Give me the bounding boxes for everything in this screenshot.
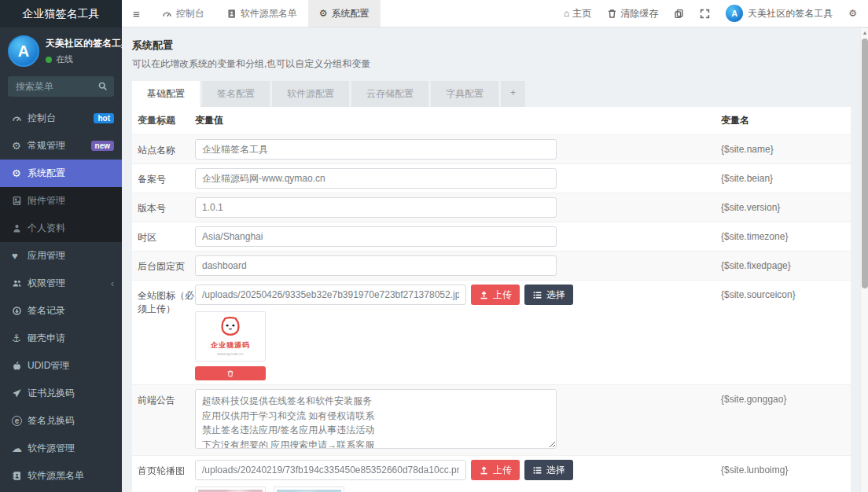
carousel-input[interactable] — [195, 460, 466, 480]
sidebar-item-label: 附件管理 — [28, 194, 65, 207]
hamburger-icon: ≡ — [133, 7, 140, 20]
carousel-previews — [195, 486, 721, 492]
sidebar-item-profile[interactable]: 个人资料 — [0, 215, 122, 242]
sidebar-item-label: 应用管理 — [28, 249, 65, 263]
file-image-icon — [12, 196, 28, 206]
tab-source-config[interactable]: 软件源配置 — [272, 81, 349, 107]
sidebar-item-source-blacklist[interactable]: 软件源黑名单 — [0, 462, 122, 490]
row-varname: {$site.version} — [721, 193, 851, 222]
table-row-announcement: 前端公告 超级科技仅提供在线签名和软件安装服务 应用仅供用于学习和交流 如有侵权… — [132, 385, 851, 456]
header-var-title: 变量标题 — [132, 107, 195, 134]
scrollbar[interactable]: ▲ — [860, 28, 868, 492]
sidebar-item-label: 控制台 — [28, 112, 56, 125]
sidebar-item-source-manage[interactable]: ☁ 软件源管理 — [0, 435, 122, 462]
sidebar-toggle-button[interactable]: ≡ — [122, 0, 151, 27]
carousel-image-1[interactable] — [195, 486, 266, 492]
address-book-icon — [226, 9, 237, 19]
heart-icon: ♥ — [12, 250, 28, 262]
row-varname: {$site.timezone} — [721, 222, 851, 251]
site-name-input[interactable] — [195, 139, 557, 160]
fullscreen-button[interactable] — [692, 0, 718, 27]
table-row-fixedpage: 后台固定页 {$site.fixedpage} — [132, 252, 851, 281]
tab-cloudstorage-config[interactable]: 云存储配置 — [351, 81, 428, 107]
navtab-label: 系统配置 — [332, 7, 370, 20]
delete-icon-button[interactable] — [195, 366, 266, 380]
scroll-up-arrow-icon[interactable]: ▲ — [862, 30, 868, 35]
settings-button[interactable]: ⚙ — [840, 0, 868, 27]
home-label: 主页 — [572, 7, 591, 20]
home-link[interactable]: ⌂ 主页 — [556, 0, 599, 27]
tab-sign-config[interactable]: 签名配置 — [202, 81, 270, 107]
list-icon — [532, 465, 542, 475]
tab-dict-config[interactable]: 字典配置 — [431, 81, 498, 107]
upload-button[interactable]: 上传 — [471, 285, 520, 305]
top-navbar: ≡ 控制台 软件源黑名单 ⚙ 系统配置 ⌂ 主页 — [122, 0, 868, 28]
sidebar-item-permissions[interactable]: 权限管理 ‹ — [0, 270, 122, 297]
table-row-site-name: 站点名称 {$site.name} — [132, 135, 851, 164]
carousel-image-2[interactable] — [274, 486, 344, 492]
upload-button[interactable]: 上传 — [471, 460, 520, 480]
main-area: ≡ 控制台 软件源黑名单 ⚙ 系统配置 ⌂ 主页 — [122, 0, 868, 492]
home-icon: ⌂ — [564, 8, 569, 19]
sidebar-item-attachments[interactable]: 附件管理 — [0, 187, 122, 215]
choose-button[interactable]: 选择 — [524, 460, 573, 480]
sidebar-item-system-config[interactable]: ⚙ 系统配置 — [0, 160, 122, 187]
version-input[interactable] — [195, 197, 557, 218]
search-icon — [97, 81, 108, 91]
address-book-icon — [12, 471, 28, 481]
gears-icon: ⚙ — [848, 8, 857, 19]
trash-icon — [226, 369, 234, 378]
table-row-site-icon: 全站图标（必须上传） 上传 选择 — [132, 281, 851, 385]
row-varname: {$site.name} — [721, 135, 851, 163]
menu-search — [8, 76, 114, 97]
tab-basic-config[interactable]: 基础配置 — [132, 81, 200, 107]
list-icon — [532, 290, 542, 300]
user-avatar[interactable]: A — [8, 35, 39, 67]
sidebar-item-label: 常规管理 — [28, 139, 65, 152]
timezone-input[interactable] — [195, 226, 557, 247]
add-tab-button[interactable]: + — [501, 81, 525, 107]
cat-logo-text: 企业猫源码 — [211, 340, 250, 351]
sidebar-item-sign-codes[interactable]: e 签名兑换码 — [0, 407, 122, 435]
sidebar-item-apps[interactable]: ♥ 应用管理 — [0, 242, 122, 270]
navtab-system-config[interactable]: ⚙ 系统配置 — [308, 0, 381, 27]
header-var-name: 变量名 — [721, 107, 851, 134]
user-panel: A 天美社区的签名工具 在线 — [0, 28, 122, 73]
beian-input[interactable] — [195, 168, 557, 189]
navtab-source-blacklist[interactable]: 软件源黑名单 — [215, 0, 308, 27]
clear-cache-link[interactable]: 清除缓存 — [599, 0, 666, 27]
sidebar-item-dashboard[interactable]: 控制台 hot — [0, 105, 122, 132]
app-window: 企业猫签名工具 A 天美社区的签名工具 在线 控制台 hot — [0, 0, 868, 492]
config-tabs: 基础配置 签名配置 软件源配置 云存储配置 字典配置 + — [132, 81, 851, 107]
navbar-user-menu[interactable]: A 天美社区的签名工具 — [718, 5, 840, 22]
copy-button[interactable] — [666, 0, 692, 27]
choose-label: 选择 — [546, 464, 565, 477]
online-dot-icon — [46, 57, 52, 63]
user-name: 天美社区的签名工具 — [46, 37, 122, 50]
navtab-dashboard[interactable]: 控制台 — [151, 0, 215, 27]
hot-badge: hot — [94, 113, 114, 123]
scrollbar-thumb[interactable] — [862, 39, 868, 288]
clock-download-icon — [12, 306, 28, 316]
row-label: 备案号 — [132, 164, 195, 193]
sidebar-item-label: 权限管理 — [28, 277, 65, 290]
choose-label: 选择 — [546, 288, 565, 302]
sidebar-item-udid[interactable]: UDID管理 — [0, 352, 122, 380]
sidebar-item-shell-request[interactable]: ⚓ 砸壳申请 — [0, 325, 122, 352]
announcement-textarea[interactable]: 超级科技仅提供在线签名和软件安装服务 应用仅供用于学习和交流 如有侵权请联系 禁… — [195, 389, 557, 449]
choose-button[interactable]: 选择 — [524, 285, 573, 305]
site-icon-preview[interactable]: 企业猫源码 www.qymao.cn — [195, 311, 266, 362]
cat-logo-subtext: www.qymao.cn — [217, 351, 243, 356]
site-icon-input[interactable] — [195, 285, 466, 305]
gear-icon: ⚙ — [319, 8, 328, 19]
sidebar-item-cert-codes[interactable]: 证书兑换码 — [0, 380, 122, 407]
fixedpage-input[interactable] — [195, 255, 557, 276]
e-circle-icon: e — [12, 416, 28, 426]
cat-logo-icon — [219, 316, 242, 339]
row-varname: {$site.lunboimg} — [721, 456, 851, 492]
gears-icon: ⚙ — [12, 140, 28, 152]
sidebar-item-sign-records[interactable]: 签名记录 — [0, 297, 122, 325]
sidebar-item-general[interactable]: ⚙ 常规管理 new — [0, 132, 122, 160]
apple-icon — [12, 361, 28, 371]
users-icon — [12, 278, 28, 288]
